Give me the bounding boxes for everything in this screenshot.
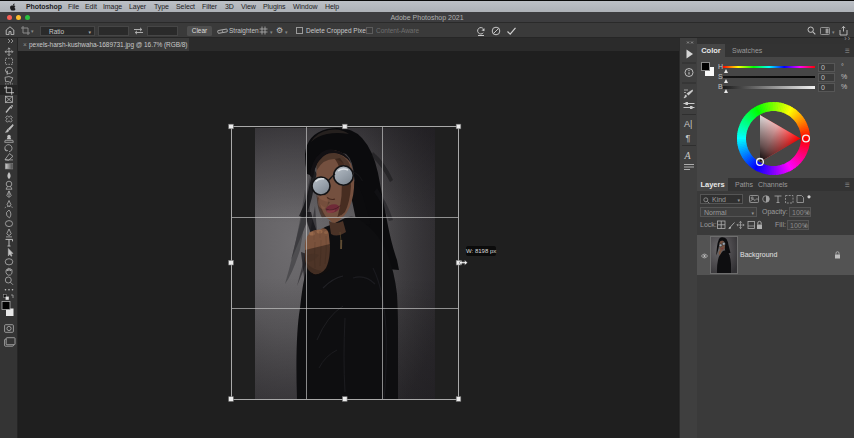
svg-text:A: A (684, 150, 692, 161)
svg-text:A|: A| (684, 119, 692, 129)
svg-text:¶: ¶ (686, 133, 691, 143)
